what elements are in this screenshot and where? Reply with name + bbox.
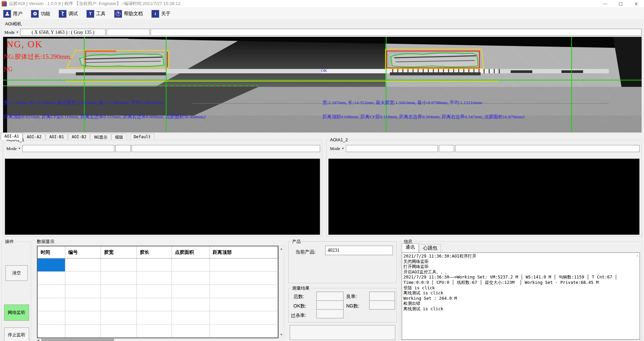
column-header[interactable]: 编号 xyxy=(65,246,101,259)
network-listen-button[interactable]: 网络监听 xyxy=(4,305,29,321)
table-cell[interactable] xyxy=(101,272,137,285)
table-row[interactable] xyxy=(38,272,278,285)
table-cell[interactable] xyxy=(65,311,101,324)
scroll-up-icon[interactable]: ▲ xyxy=(280,247,283,250)
table-cell[interactable] xyxy=(172,324,210,338)
table-cell[interactable] xyxy=(38,324,65,338)
measurement-groupbox: 测量结果 总数: OK数: 过杀率: 良率: NG数: xyxy=(288,288,397,322)
panel2-mode-dropdown[interactable]: Mode ▼ xyxy=(328,145,346,152)
camera-coords-box: ( X 6568, Y 1463 ) : ( Gray 135 ) xyxy=(20,29,106,36)
table-cell[interactable] xyxy=(172,285,210,298)
scroll-down-icon[interactable]: ▼ xyxy=(280,333,283,336)
toolbar-item-about[interactable]: i 关于 xyxy=(152,10,171,18)
table-cell[interactable] xyxy=(137,324,172,338)
scrollbar-thumb[interactable] xyxy=(41,339,114,341)
table-cell[interactable] xyxy=(210,324,278,338)
column-header[interactable]: 距离顶部 xyxy=(210,246,278,259)
table-cell[interactable] xyxy=(137,285,172,298)
table-cell[interactable] xyxy=(172,311,210,324)
tab-aoi-b1[interactable]: AOI-B1 xyxy=(46,133,68,140)
table-horizontal-scrollbar[interactable]: ◀ xyxy=(37,338,279,341)
table-cell[interactable] xyxy=(210,298,278,311)
mode-label: Mode xyxy=(6,146,17,151)
ok-count-field[interactable] xyxy=(316,300,343,310)
panel1-mode-row: Mode ▼ xyxy=(5,145,320,152)
camera-mode-row: Mode ▼ ( X 6568, Y 1463 ) : ( Gray 135 ) xyxy=(3,29,642,36)
tab-ng-display[interactable]: NG显示 xyxy=(90,133,111,140)
toolbar-item-tools[interactable]: T 工具 xyxy=(87,10,106,18)
toolbar-item-function[interactable]: 功能 xyxy=(31,10,50,18)
table-cell[interactable] xyxy=(172,298,210,311)
scroll-left-icon[interactable]: ◀ xyxy=(37,339,39,341)
toolbar-item-user[interactable]: 用户 xyxy=(3,10,22,18)
table-cell[interactable] xyxy=(137,311,172,324)
table-cell[interactable] xyxy=(101,259,137,272)
toolbar-item-help[interactable]: ? 帮助文档 xyxy=(114,10,143,18)
table-cell[interactable] xyxy=(137,259,172,272)
table-row[interactable] xyxy=(38,285,278,298)
close-button[interactable]: ✕ xyxy=(628,0,644,7)
yield-rate-field[interactable] xyxy=(369,292,395,301)
table-cell[interactable] xyxy=(172,272,210,285)
column-header[interactable]: 胶宽 xyxy=(101,246,137,259)
tab-aoi-b2[interactable]: AOI-B2 xyxy=(68,133,90,140)
table-cell[interactable] xyxy=(137,298,172,311)
panel1-mode-dropdown[interactable]: Mode ▼ xyxy=(5,145,22,152)
table-cell[interactable] xyxy=(38,285,65,298)
table-cell[interactable] xyxy=(101,324,137,338)
tab-communication[interactable]: 通讯 xyxy=(402,243,419,252)
tab-heartbeat[interactable]: 心跳包 xyxy=(419,244,441,252)
tab-default[interactable]: Default xyxy=(130,133,155,140)
clear-button[interactable]: 清空 xyxy=(5,265,28,281)
selected-cell[interactable] xyxy=(38,259,65,272)
communication-log[interactable]: 2021/7/29 11:36:30:AOI程序打开 关闭网络监听 打开网络监听… xyxy=(402,252,640,340)
table-row[interactable] xyxy=(38,259,278,272)
ng-count-field[interactable] xyxy=(369,300,395,310)
tab-template[interactable]: 模版 xyxy=(111,133,127,140)
table-cell[interactable] xyxy=(38,311,65,324)
table-row[interactable] xyxy=(38,324,278,338)
scroll-up-icon[interactable]: ∧ xyxy=(636,253,639,258)
column-header[interactable]: 胶长 xyxy=(137,246,172,259)
table-cell[interactable] xyxy=(101,298,137,311)
table-vertical-scrollbar[interactable]: ▲ ▼ xyxy=(279,246,284,338)
table-cell[interactable] xyxy=(210,285,278,298)
total-field[interactable] xyxy=(316,292,343,301)
table-cell[interactable] xyxy=(172,259,210,272)
table-cell[interactable] xyxy=(38,298,65,311)
table-cell[interactable] xyxy=(210,259,278,272)
camera-live-view[interactable]: NG, OK NG:胶体过长:15.290mm, NG OK 宽:2.216mm… xyxy=(3,37,642,132)
current-product-field[interactable]: 40231 xyxy=(325,246,393,255)
aoia1-2-groupbox: AOIA1_2 Mode ▼ xyxy=(326,140,642,237)
panel2-image-canvas[interactable] xyxy=(328,159,640,235)
table-cell[interactable] xyxy=(65,259,101,272)
table-cell[interactable] xyxy=(210,311,278,324)
panel1-image-canvas[interactable] xyxy=(5,159,320,235)
panel1-info-box-3 xyxy=(132,145,320,152)
table-cell[interactable] xyxy=(101,311,137,324)
table-row[interactable] xyxy=(38,311,278,324)
table-cell[interactable] xyxy=(210,272,278,285)
table-row[interactable] xyxy=(38,298,278,311)
table-cell[interactable] xyxy=(65,272,101,285)
overkill-rate-field[interactable] xyxy=(316,309,343,318)
aoia1-1-groupbox: AOIA1_1 Mode ▼ xyxy=(3,140,322,237)
tab-aoi-a1[interactable]: AOI-A1 xyxy=(1,133,23,140)
minimize-button[interactable] xyxy=(597,0,613,7)
column-header[interactable]: 点胶面积 xyxy=(172,246,210,259)
table-cell[interactable] xyxy=(65,285,101,298)
data-table[interactable]: 时间编号胶宽胶长点胶面积距离顶部 xyxy=(37,246,279,338)
data-display-label: 数据显示 xyxy=(36,239,56,245)
toolbar-item-debug[interactable]: 调试 xyxy=(59,10,78,18)
column-header[interactable]: 时间 xyxy=(38,246,65,259)
camera-mode-dropdown[interactable]: Mode ▼ xyxy=(3,29,20,36)
table-cell[interactable] xyxy=(137,272,172,285)
table-cell[interactable] xyxy=(65,298,101,311)
panel2-info-box-3 xyxy=(455,145,640,152)
tab-aoi-a2[interactable]: AOI-A2 xyxy=(23,133,45,140)
stop-listen-button[interactable]: 停止监听 xyxy=(4,327,29,341)
restore-button[interactable] xyxy=(613,0,628,7)
table-cell[interactable] xyxy=(38,272,65,285)
table-cell[interactable] xyxy=(101,285,137,298)
table-cell[interactable] xyxy=(65,324,101,338)
